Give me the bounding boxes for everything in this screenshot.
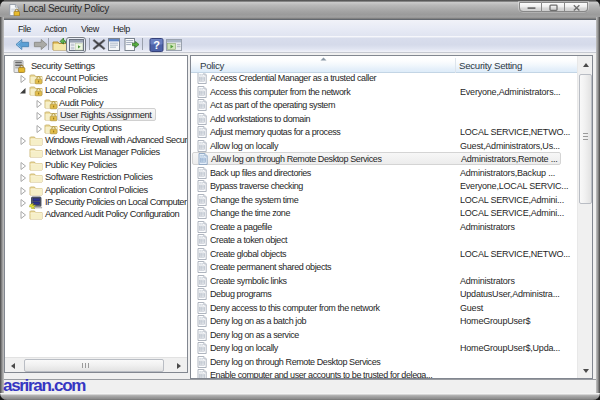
- svg-text:?: ?: [153, 39, 160, 51]
